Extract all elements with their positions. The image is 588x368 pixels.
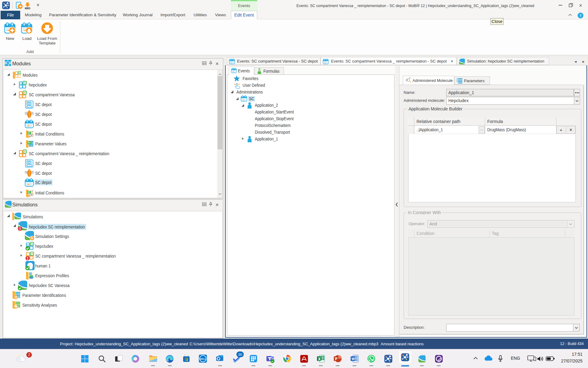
svg-text:DELL: DELL xyxy=(200,358,206,360)
svg-text:?: ? xyxy=(579,13,582,18)
svg-text:2: 2 xyxy=(28,353,30,357)
svg-text:30: 30 xyxy=(238,353,242,356)
